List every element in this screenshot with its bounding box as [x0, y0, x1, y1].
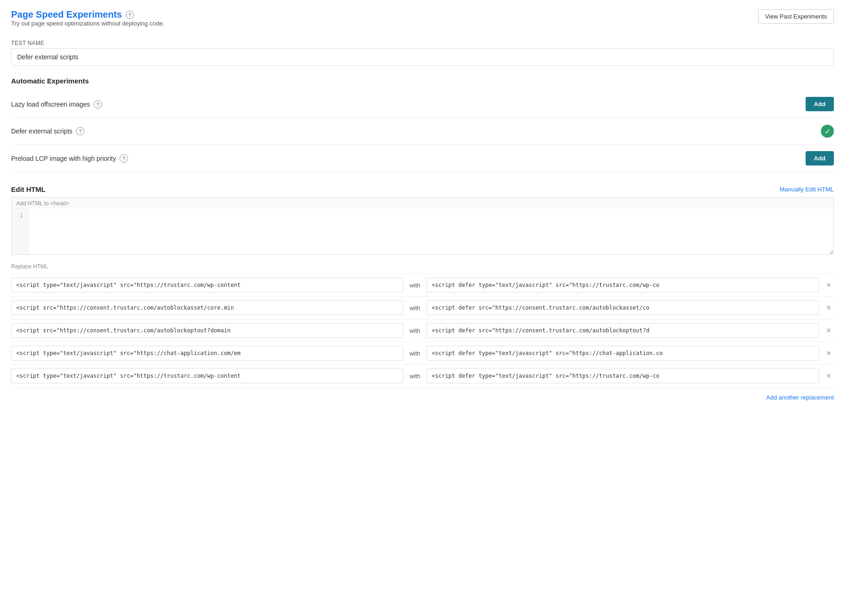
html-editor-wrapper: Add HTML to <head> 1 [11, 197, 834, 255]
add-replacement-button[interactable]: Add another replacement [766, 394, 834, 401]
replacement-to-3[interactable] [426, 346, 819, 361]
replacement-to-4[interactable] [426, 368, 819, 383]
remove-replacement-1[interactable]: × [824, 303, 834, 313]
preload-lcp-label: Preload LCP image with high priority ? [11, 154, 128, 163]
with-label-0: with [408, 282, 422, 289]
defer-scripts-check-icon: ✓ [821, 125, 834, 138]
manually-edit-link[interactable]: Manually Edit HTML [780, 186, 834, 193]
line-numbers: 1 [12, 208, 28, 254]
lazy-load-help-icon[interactable]: ? [94, 100, 102, 108]
replacement-to-0[interactable] [426, 278, 819, 292]
replacement-row-0: with × [11, 273, 834, 297]
edit-html-title: Edit HTML [11, 185, 45, 193]
defer-scripts-label: Defer external scripts ? [11, 127, 84, 135]
preload-lcp-add-button[interactable]: Add [806, 151, 834, 165]
view-past-button[interactable]: View Past Experiments [758, 9, 834, 24]
replacement-row-1: with × [11, 297, 834, 319]
preload-lcp-help-icon[interactable]: ? [120, 154, 128, 163]
lazy-load-label: Lazy load offscreen images ? [11, 100, 102, 108]
replacement-rows: with × with × with × with × with × [11, 273, 834, 387]
replacement-from-2[interactable] [11, 323, 403, 338]
html-editor-textarea[interactable] [28, 208, 833, 254]
replacement-from-4[interactable] [11, 368, 403, 383]
remove-replacement-4[interactable]: × [824, 371, 834, 381]
replacement-row-4: with × [11, 365, 834, 387]
page-title-help-icon[interactable]: ? [126, 11, 134, 19]
with-label-1: with [408, 305, 422, 311]
with-label-2: with [408, 327, 422, 334]
experiment-row-lazy-load: Lazy load offscreen images ? Add [11, 90, 834, 118]
replacement-from-0[interactable] [11, 278, 403, 292]
replacement-row-3: with × [11, 342, 834, 365]
remove-replacement-3[interactable]: × [824, 348, 834, 358]
test-name-input[interactable] [11, 48, 834, 66]
html-editor-label: Add HTML to <head> [12, 197, 833, 208]
remove-replacement-2[interactable]: × [824, 325, 834, 336]
replacement-from-3[interactable] [11, 346, 403, 361]
defer-scripts-help-icon[interactable]: ? [76, 127, 84, 135]
replacement-to-1[interactable] [426, 300, 819, 315]
automatic-experiments-title: Automatic Experiments [11, 77, 834, 85]
remove-replacement-0[interactable]: × [824, 280, 834, 290]
replacement-to-2[interactable] [426, 323, 819, 338]
lazy-load-add-button[interactable]: Add [806, 97, 834, 111]
experiment-row-defer-scripts: Defer external scripts ? ✓ [11, 118, 834, 145]
replacement-row-2: with × [11, 319, 834, 342]
replace-html-label: Replace HTML [11, 263, 834, 270]
with-label-4: with [408, 373, 422, 380]
page-subtitle: Try out page speed optimizations without… [11, 20, 165, 27]
experiment-row-preload-lcp: Preload LCP image with high priority ? A… [11, 145, 834, 172]
with-label-3: with [408, 350, 422, 357]
test-name-label: Test Name [11, 40, 834, 46]
replacement-from-1[interactable] [11, 300, 403, 315]
page-title: Page Speed Experiments [11, 9, 122, 20]
